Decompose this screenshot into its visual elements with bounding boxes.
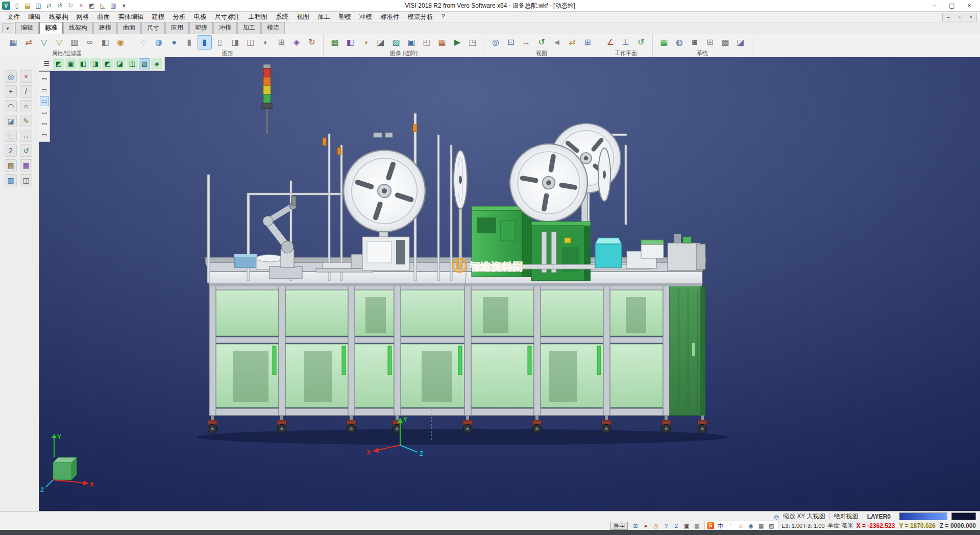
menu-standard-parts[interactable]: 标准件	[376, 12, 404, 22]
settings-icon[interactable]: ◙	[688, 35, 702, 50]
strip-wireframe-icon[interactable]: ▭	[40, 74, 49, 84]
point-tool-icon[interactable]: +	[5, 85, 17, 98]
view-top-icon[interactable]: ▣	[65, 58, 77, 69]
animation-icon[interactable]: ▶	[450, 35, 464, 50]
sketch-tool-icon[interactable]: ✎	[20, 115, 32, 127]
image-icon[interactable]: ▦	[692, 521, 701, 530]
ime-keyboard-icon[interactable]: ▦	[756, 521, 766, 530]
undo-icon[interactable]: ↺	[55, 1, 65, 11]
view-mode-label[interactable]: 绝对视图	[834, 512, 859, 521]
menu-analysis[interactable]: 分析	[169, 12, 190, 22]
solid-tool-icon[interactable]: ◪	[5, 115, 17, 127]
hidden-line-icon[interactable]: ▯	[213, 35, 227, 50]
highlight-icon[interactable]: ◉	[113, 35, 128, 50]
measure-icon[interactable]: ◺	[97, 1, 108, 11]
display-mode-icon[interactable]: ▮	[198, 35, 212, 50]
section-view-icon[interactable]: ◫	[243, 35, 258, 50]
background-color-swatch[interactable]	[951, 513, 976, 520]
tab-flow[interactable]: 模流	[261, 22, 285, 34]
print-tool-icon[interactable]: ◫	[20, 174, 32, 186]
grid-icon[interactable]: ⊞	[703, 35, 717, 50]
active-color-swatch[interactable]	[899, 513, 947, 520]
refresh-view-icon[interactable]: ↻	[305, 35, 319, 50]
numbered-tool-icon[interactable]: 2	[5, 144, 17, 157]
strip-solids-icon[interactable]: ▭	[40, 96, 49, 106]
minimize-button[interactable]: –	[926, 1, 943, 11]
notes-tool-icon[interactable]: ▤	[5, 159, 17, 172]
ucs-tool-icon[interactable]: ∟	[5, 130, 17, 142]
tab-mold[interactable]: 塑膜	[189, 22, 213, 34]
selection-icon[interactable]: ◩	[87, 1, 97, 11]
open-file-icon[interactable]: ▤	[22, 1, 33, 11]
transparency-icon[interactable]: ◨	[228, 35, 242, 50]
zoom-tool-icon[interactable]: ◎	[5, 70, 17, 83]
layers-tool-icon[interactable]: ▥	[5, 174, 17, 186]
layers-icon[interactable]: ▥	[108, 1, 118, 11]
menu-die[interactable]: 冲模	[355, 12, 376, 22]
workplane-rotate-icon[interactable]: ↺	[634, 35, 648, 50]
quickbar-dropdown-icon[interactable]: ▾	[119, 1, 129, 11]
save-icon[interactable]: ◫	[33, 1, 43, 11]
shadow-icon[interactable]: ◪	[374, 35, 388, 50]
strip-dims-icon[interactable]: ▭	[40, 118, 49, 129]
ime-brand-icon[interactable]: S	[707, 522, 714, 529]
circle-tool-icon[interactable]: ○	[20, 100, 32, 112]
tab-overflow-button[interactable]: ▾	[2, 23, 13, 33]
arc-tool-icon[interactable]: ◠	[5, 100, 17, 112]
tab-machining[interactable]: 加工	[237, 22, 261, 34]
strip-points-icon[interactable]: ▭	[40, 107, 49, 117]
background-icon[interactable]: ▨	[389, 35, 403, 50]
view-back-icon[interactable]: ◪	[114, 58, 126, 69]
ime-mode-icon[interactable]: 中	[716, 521, 725, 530]
layer-manager-icon[interactable]: ▥	[67, 35, 82, 50]
view-list-icon[interactable]: ☰	[41, 58, 52, 69]
plane-3d-icon[interactable]: ◪	[733, 35, 748, 50]
edges-icon[interactable]: ⊞	[274, 35, 288, 50]
selection-filter-icon[interactable]: ▽	[52, 35, 66, 50]
view-front-icon[interactable]: ◧	[78, 58, 89, 69]
tab-dimension[interactable]: 尺寸	[141, 22, 165, 34]
calculator-icon[interactable]: ▩	[718, 35, 732, 50]
render-icon[interactable]: ◐	[259, 35, 273, 50]
menu-file[interactable]: 文件	[3, 12, 24, 22]
trim-tool-icon[interactable]: ×	[20, 70, 32, 83]
zoom-window-icon[interactable]: ⊡	[504, 35, 518, 50]
wire-display-icon[interactable]: ◌	[136, 35, 151, 50]
close-button[interactable]: ×	[961, 1, 978, 11]
menu-solid-edit[interactable]: 实体编辑	[114, 12, 148, 22]
material-icon[interactable]: ◧	[343, 35, 357, 50]
curvature-icon[interactable]: ◈	[289, 35, 304, 50]
active-layer-label[interactable]: LAYER0	[867, 513, 891, 520]
strip-all-icon[interactable]: ▭	[40, 130, 49, 140]
rotate-view-icon[interactable]: ↺	[534, 35, 549, 50]
dimension-tool-icon[interactable]: ↔	[20, 130, 32, 142]
bar-display-icon[interactable]: ▮	[182, 35, 197, 50]
attributes-icon[interactable]: ▦	[6, 35, 20, 50]
compare-icon[interactable]: ◳	[465, 35, 480, 50]
search-icon[interactable]: ◎	[651, 521, 660, 530]
snapshot-icon[interactable]: ▣	[404, 35, 419, 50]
delete-icon[interactable]: ×	[76, 1, 86, 11]
menu-modeling[interactable]: 建模	[148, 12, 169, 22]
ime-toolbox-icon[interactable]: ▨	[767, 521, 776, 530]
menu-drawing[interactable]: 工程图	[244, 12, 272, 22]
ime-punct-icon[interactable]: ’	[726, 521, 735, 530]
ime-emoji-icon[interactable]: ☺	[736, 521, 745, 530]
chain-select-icon[interactable]: ∞	[83, 35, 97, 50]
undo-tool-icon[interactable]: ↺	[20, 144, 32, 157]
menu-flow-analysis[interactable]: 模流分析	[404, 12, 437, 22]
lighting-icon[interactable]: ◑	[358, 35, 373, 50]
menu-dimension[interactable]: 尺寸标注	[211, 12, 244, 22]
help-status-icon[interactable]: ?	[662, 521, 671, 530]
view-right-icon[interactable]: ◨	[90, 58, 101, 69]
pan-icon[interactable]: ↔	[519, 35, 533, 50]
view-dynamic-icon[interactable]: ◈	[151, 58, 162, 69]
ime-mic-icon[interactable]: ◉	[746, 521, 755, 530]
tab-application[interactable]: 应用	[165, 22, 189, 34]
mdi-restore-button[interactable]: ▫	[954, 13, 965, 21]
view-left-icon[interactable]: ◩	[102, 58, 113, 69]
tab-edit[interactable]: 编辑	[15, 22, 39, 34]
zoom-all-icon[interactable]: ◎	[488, 35, 503, 50]
mask-icon[interactable]: ◧	[98, 35, 112, 50]
grid-snap-icon[interactable]: ⊞	[631, 521, 640, 530]
